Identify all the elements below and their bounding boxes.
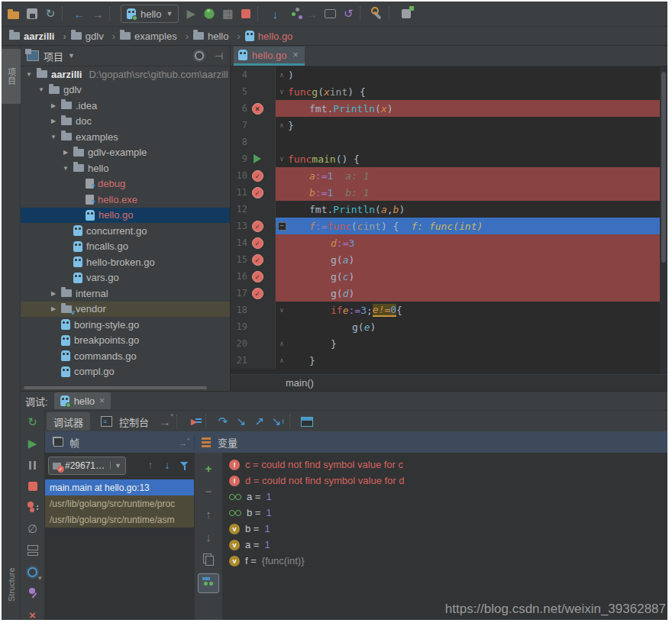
variable-row[interactable]: a = 1 <box>229 489 667 505</box>
tree-item-fncalls.go[interactable]: fncalls.go <box>21 239 230 255</box>
code-line-15[interactable]: 15✓g(a) <box>231 251 667 268</box>
frames-header[interactable]: 帧 →* <box>45 435 194 450</box>
force-step-into-icon[interactable]: ↘I <box>269 412 287 431</box>
variable-row[interactable]: !c = could not find symbol value for c <box>229 457 667 473</box>
show-watches-icon[interactable] <box>198 573 219 593</box>
gutter-slot[interactable]: ✓ <box>247 170 267 182</box>
gutter-slot[interactable] <box>247 154 267 163</box>
fold-marker-icon[interactable]: − <box>278 222 286 231</box>
invalid-breakpoint-icon[interactable]: × <box>252 103 263 115</box>
thread-selector[interactable]: #29671… ▼ <box>48 457 126 475</box>
tree-item-internal[interactable]: ▶internal <box>21 286 230 302</box>
debug-tab-console[interactable]: 控制台 <box>90 412 156 431</box>
push-icon[interactable]: → <box>302 5 321 23</box>
breadcrumb-item-examples[interactable]: examples› <box>120 31 189 42</box>
tree-item-breakpoints.go[interactable]: breakpoints.go <box>21 333 230 349</box>
show-execution-point-icon[interactable]: ▶ <box>185 412 203 431</box>
restore-layout-icon[interactable] <box>24 541 42 560</box>
editor-breadcrumb[interactable]: main() <box>231 374 667 391</box>
breakpoint-icon[interactable]: ✓ <box>252 271 263 282</box>
code-line-5[interactable]: 5∨func g(x int) { <box>231 83 667 100</box>
tree-item-vendor[interactable]: ▶vvendor <box>21 302 230 318</box>
code-line-14[interactable]: 14✓d := 3 <box>231 234 667 251</box>
step-into-icon[interactable]: ↘ <box>232 412 250 431</box>
previous-frame-icon[interactable]: ↑ <box>142 457 159 473</box>
tree-item-doc[interactable]: ▶doc <box>21 114 230 130</box>
code-line-9[interactable]: 9∨func main() { <box>231 150 667 167</box>
gutter-slot[interactable]: × <box>247 103 267 115</box>
run-configuration-select[interactable]: hello▼ <box>121 5 179 23</box>
evaluate-expression-icon[interactable] <box>298 412 316 431</box>
fold-marker-icon[interactable]: ∧ <box>276 340 288 347</box>
tree-arrow-icon[interactable]: ▶ <box>50 102 57 109</box>
vcs-graph-icon[interactable] <box>284 5 302 23</box>
fold-marker-icon[interactable]: ∧ <box>276 121 288 129</box>
breadcrumb-item-hello[interactable]: hello› <box>193 31 241 42</box>
remove-watch-icon[interactable]: − <box>199 482 218 500</box>
tree-item-hello.go[interactable]: hello.go <box>21 208 230 224</box>
tree-arrow-icon[interactable]: ▼ <box>37 86 45 93</box>
tree-item-gdlv[interactable]: ▼gdlv <box>21 82 230 98</box>
tree-item-commands.go[interactable]: commands.go <box>21 348 230 364</box>
frame-row[interactable]: /usr/lib/golang/src/runtime/proc <box>45 495 194 511</box>
pause-icon[interactable] <box>24 456 42 474</box>
breadcrumb-item-gdlv[interactable]: gdlv› <box>71 31 115 42</box>
code-line-7[interactable]: 7∧} <box>231 117 667 134</box>
breakpoint-icon[interactable]: ✓ <box>252 288 263 299</box>
breakpoint-icon[interactable]: ✓ <box>252 187 263 198</box>
back-icon[interactable]: ← <box>70 5 89 23</box>
tree-item-hello.exe[interactable]: hello.exe <box>21 192 230 208</box>
chevron-down-icon[interactable]: ▼ <box>68 52 75 60</box>
code-line-19[interactable]: 19g(e) <box>231 318 667 335</box>
open-folder-icon[interactable] <box>5 5 23 23</box>
fold-marker-icon[interactable]: ∨ <box>276 88 288 95</box>
tree-item-.idea[interactable]: ▶.idea <box>21 98 230 114</box>
variable-row[interactable]: vb = 1 <box>229 521 667 537</box>
code-line-16[interactable]: 16✓g(c) <box>231 268 667 285</box>
close-icon[interactable]: × <box>24 605 42 620</box>
tree-item-gdlv-example[interactable]: ▶gdlv-example <box>21 145 230 161</box>
code-line-21[interactable]: 21∧} <box>231 352 667 369</box>
tree-arrow-icon[interactable]: ▶ <box>50 118 57 124</box>
tree-item-debug[interactable]: debug <box>21 176 230 192</box>
step-out-icon[interactable]: ↗ <box>250 412 269 431</box>
tree-arrow-icon[interactable]: ▼ <box>62 165 69 172</box>
code-line-10[interactable]: 10✓a := 1a: 1 <box>231 167 667 184</box>
gutter-slot[interactable]: ✓ <box>247 254 267 266</box>
breakpoint-icon[interactable]: ✓ <box>252 221 263 232</box>
move-down-icon[interactable]: ↓ <box>199 528 218 546</box>
horizontal-scrollbar[interactable] <box>24 386 207 389</box>
variable-row[interactable]: vf = {func(int)} <box>229 553 667 569</box>
frame-row[interactable]: /usr/lib/golang/src/runtime/asm <box>45 511 194 528</box>
sync-icon[interactable]: ↻ <box>41 5 60 23</box>
close-session-icon[interactable]: × <box>99 395 105 406</box>
stop-process-icon[interactable] <box>24 477 42 495</box>
step-over-icon[interactable]: ↷ <box>214 412 232 431</box>
pin-tab-icon[interactable]: →* <box>156 412 174 431</box>
code-line-8[interactable]: 8 <box>231 134 667 150</box>
code-line-12[interactable]: 12fmt.Println(a, b) <box>231 201 667 218</box>
tree-item-vars.go[interactable]: vars.go <box>21 270 230 286</box>
focus-icon[interactable]: →* <box>179 437 189 447</box>
code-line-17[interactable]: 17✓g(d) <box>231 285 667 302</box>
code-line-6[interactable]: 6×fmt.Println(x) <box>231 100 667 117</box>
debug-session-tab[interactable]: hello × <box>54 392 111 409</box>
fold-marker-icon[interactable]: ∨ <box>276 155 288 163</box>
coverage-icon[interactable]: ▦ <box>218 5 237 23</box>
view-breakpoints-icon[interactable] <box>24 499 42 517</box>
code-line-4[interactable]: 4∧) <box>231 66 667 83</box>
move-up-icon[interactable]: ↑ <box>199 505 218 523</box>
variable-row[interactable]: b = 1 <box>229 505 667 521</box>
editor-scrollbar[interactable] <box>660 66 667 374</box>
tree-item-boring-style.go[interactable]: boring-style.go <box>21 317 230 333</box>
hide-library-frames-icon[interactable] <box>176 457 192 473</box>
tree-item-concurrent.go[interactable]: concurrent.go <box>21 223 230 239</box>
variable-row[interactable]: !d = could not find symbol value for d <box>229 473 667 489</box>
settings-wrench-icon[interactable] <box>368 5 386 23</box>
resume-icon[interactable]: ▶ <box>24 434 42 453</box>
add-watch-icon[interactable]: + <box>199 459 218 477</box>
rerun-icon[interactable]: ↻ <box>24 413 42 431</box>
gear-icon[interactable] <box>192 48 207 63</box>
editor-tab-hello-go[interactable]: hello.go × <box>234 47 305 66</box>
hide-panel-icon[interactable]: ⊣ <box>212 48 227 63</box>
